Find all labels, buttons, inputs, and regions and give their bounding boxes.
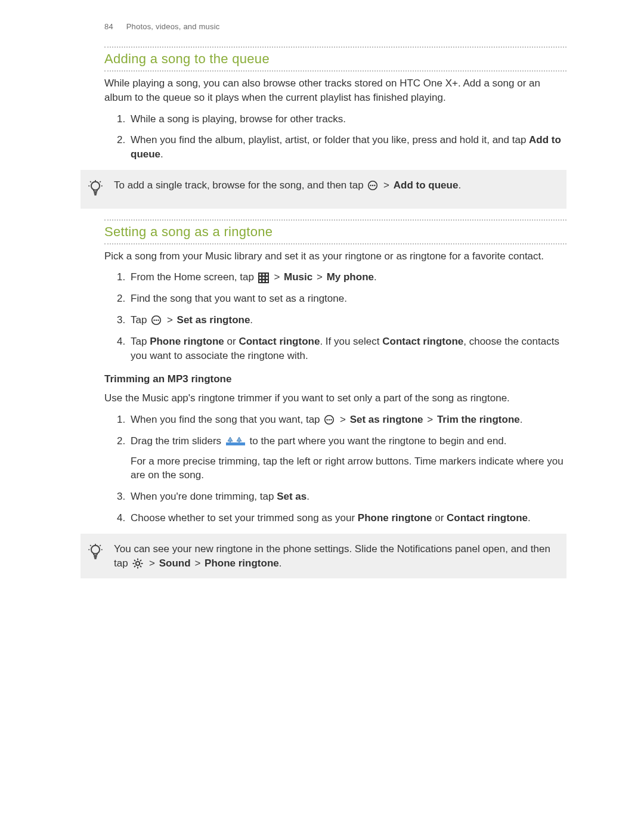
step-2: Drag the trim sliders to the part where …	[128, 434, 566, 482]
label-music: Music	[284, 271, 312, 283]
label-phone-ringtone: Phone ringtone	[358, 512, 432, 524]
trim-slider-icon	[225, 436, 246, 447]
label-sound: Sound	[159, 558, 191, 569]
section1-steps: While a song is playing, browse for othe…	[104, 112, 566, 162]
trim-intro: Use the Music app's ringtone trimmer if …	[104, 391, 566, 405]
trim-steps: When you find the song that you want, ta…	[104, 413, 566, 525]
label-trim-the-ringtone: Trim the ringtone	[437, 414, 520, 425]
divider	[104, 70, 566, 72]
running-header: 84 Photos, videos, and music	[104, 21, 566, 32]
section-set-ringtone: Setting a song as a ringtone	[104, 219, 566, 244]
tip-text: You can see your new ringtone in the pho…	[114, 542, 555, 571]
label-phone-ringtone: Phone ringtone	[150, 336, 224, 347]
more-options-icon	[151, 315, 162, 326]
tip-text: To add a single track, browse for the so…	[114, 178, 555, 193]
section1-intro: While playing a song, you can also brows…	[104, 76, 566, 105]
step-1: From the Home screen, tap > Music > My p…	[128, 270, 566, 284]
tip-box-add-single-track: To add a single track, browse for the so…	[80, 170, 566, 209]
step-3: When you're done trimming, tap Set as.	[128, 490, 566, 504]
label-my-phone: My phone	[327, 271, 374, 283]
label-set-as: Set as	[277, 491, 306, 502]
divider	[104, 243, 566, 244]
section2-intro: Pick a song from your Music library and …	[104, 249, 566, 264]
chapter-name: Photos, videos, and music	[126, 22, 220, 31]
section2-steps: From the Home screen, tap > Music > My p…	[104, 270, 566, 363]
label-phone-ringtone: Phone ringtone	[205, 558, 279, 569]
more-options-icon	[324, 414, 335, 425]
document-page: 84 Photos, videos, and music Adding a so…	[0, 0, 644, 833]
page-number: 84	[104, 22, 113, 31]
label-contact-ringtone: Contact ringtone	[382, 336, 463, 347]
section-adding-queue: Adding a song to the queue	[104, 47, 566, 72]
step-1: While a song is playing, browse for othe…	[128, 112, 566, 126]
step-3: Tap > Set as ringtone.	[128, 313, 566, 327]
label-set-as-ringtone: Set as ringtone	[350, 414, 423, 425]
label-set-as-ringtone: Set as ringtone	[177, 314, 250, 326]
section-title: Adding a song to the queue	[104, 48, 566, 70]
lightbulb-icon	[88, 543, 104, 564]
more-options-icon	[367, 180, 378, 191]
step-2: When you find the album, playlist, artis…	[128, 133, 566, 162]
subheading-trim-ringtone: Trimming an MP3 ringtone	[104, 372, 566, 386]
step-2: Find the song that you want to set as a …	[128, 292, 566, 306]
settings-gear-icon	[132, 558, 144, 569]
lightbulb-icon	[88, 179, 104, 200]
step-1: When you find the song that you want, ta…	[128, 413, 566, 427]
step-4: Tap Phone ringtone or Contact ringtone. …	[128, 335, 566, 363]
step-2-note: For a more precise trimming, tap the lef…	[131, 454, 566, 483]
label-add-to-queue: Add to queue	[394, 179, 459, 191]
tip-box-see-ringtone: You can see your new ringtone in the pho…	[80, 534, 566, 579]
step-4: Choose whether to set your trimmed song …	[128, 511, 566, 525]
label-contact-ringtone: Contact ringtone	[447, 512, 528, 524]
all-apps-icon	[258, 272, 269, 283]
label-contact-ringtone: Contact ringtone	[239, 336, 320, 347]
section-title: Setting a song as a ringtone	[104, 221, 566, 243]
